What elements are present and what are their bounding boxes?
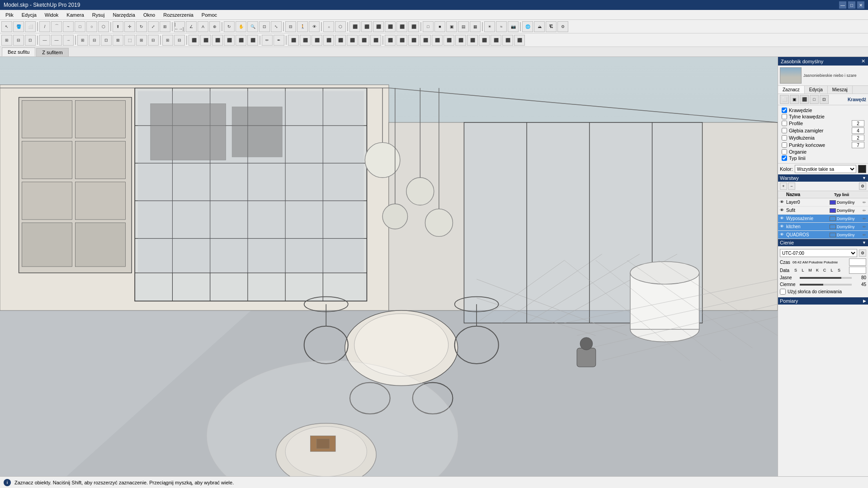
eye-layer0[interactable]: 👁	[780, 200, 785, 205]
icon-watermark[interactable]: ⊡	[820, 95, 829, 104]
zoom-tool[interactable]: 🔍	[247, 21, 258, 32]
check-glebia[interactable]	[782, 128, 787, 133]
tb2-mat8[interactable]: ⬛	[370, 35, 381, 46]
tb2-extra2[interactable]: ⬛	[396, 35, 407, 46]
text-tool[interactable]: A	[198, 21, 208, 32]
circle-tool[interactable]: ○	[86, 21, 97, 32]
display-mode-1[interactable]: □	[423, 21, 434, 32]
tb2-grid7[interactable]: ⊟	[148, 35, 159, 46]
view-front[interactable]: ⬛	[373, 21, 384, 32]
tb2-extra7[interactable]: ⬛	[455, 35, 466, 46]
color-swatch[interactable]	[858, 165, 866, 173]
tb2-plug2[interactable]: ⬛	[200, 35, 211, 46]
tb2-plug4[interactable]: ⬛	[224, 35, 235, 46]
data-input[interactable]: 11/08	[849, 267, 866, 274]
check-organie[interactable]	[782, 149, 787, 155]
walk-tool[interactable]: 🚶	[297, 21, 308, 32]
tb2-grid6[interactable]: ⊞	[136, 35, 147, 46]
tab-zaznacz[interactable]: Zaznacz	[778, 86, 805, 94]
scale-tool[interactable]: ⤢	[148, 21, 159, 32]
tb2-extra5[interactable]: ⬛	[432, 35, 443, 46]
paint-bucket-tool[interactable]: 🪣	[13, 21, 24, 32]
menu-widok[interactable]: Widok	[41, 11, 62, 19]
maximize-button[interactable]: □	[848, 1, 855, 9]
tb2-plug5[interactable]: ⬛	[236, 35, 246, 46]
tb2-mat3[interactable]: ⬛	[311, 35, 322, 46]
layer-row-layer0[interactable]: 👁 Layer0 Domyślny ✏	[778, 198, 868, 206]
tb2-plug3[interactable]: ⬛	[212, 35, 223, 46]
eye-kitchen[interactable]: 👁	[780, 224, 785, 230]
tb2-pen[interactable]: ✒	[274, 35, 284, 46]
tb2-mat6[interactable]: ⬛	[347, 35, 358, 46]
tb2-extra1[interactable]: ⬛	[385, 35, 396, 46]
polygon-tool[interactable]: ⬡	[98, 21, 109, 32]
profile-value[interactable]	[852, 120, 864, 127]
display-mode-2[interactable]: ■	[434, 21, 445, 32]
tb2-mat2[interactable]: ⬛	[300, 35, 311, 46]
pan-tool[interactable]: ✋	[236, 21, 246, 32]
arc-tool[interactable]: ⌒	[51, 21, 62, 32]
eraser-tool[interactable]: ⬜	[25, 21, 36, 32]
tb2-extra10[interactable]: ⬛	[491, 35, 501, 46]
extension-warehouse[interactable]: ⚙	[557, 21, 568, 32]
edit-quadros[interactable]: ✏	[863, 233, 866, 237]
tb2-extra9[interactable]: ⬛	[479, 35, 490, 46]
orbit-tool[interactable]: ↻	[224, 21, 235, 32]
tb2-extra6[interactable]: ⬛	[443, 35, 454, 46]
icon-edges[interactable]: ⬜	[780, 95, 789, 104]
fog-tool[interactable]: ≈	[496, 21, 507, 32]
check-tylne[interactable]	[782, 114, 787, 119]
edit-kitchen[interactable]: ✏	[863, 225, 866, 229]
cienie-collapse[interactable]: ▼	[862, 240, 866, 245]
menu-rozszerzenia[interactable]: Rozszerzenia	[160, 11, 197, 19]
rect-tool[interactable]: □	[75, 21, 85, 32]
ciemne-slider[interactable]	[800, 284, 852, 286]
menu-kamera[interactable]: Kamera	[63, 11, 88, 19]
tb2-mat7[interactable]: ⬛	[359, 35, 369, 46]
tab-bez-sufitu[interactable]: Bez sufitu	[2, 47, 35, 56]
protractor-tool[interactable]: ∠	[186, 21, 197, 32]
photo-match-tool[interactable]: 📷	[508, 21, 519, 32]
tb2-extra11[interactable]: ⬛	[502, 35, 513, 46]
pomiary-header[interactable]: Pomiary ▶	[778, 297, 868, 305]
tb2-plug1[interactable]: ⬛	[189, 35, 199, 46]
rotate-tool[interactable]: ↻	[136, 21, 147, 32]
display-mode-3[interactable]: ▣	[446, 21, 457, 32]
display-mode-5[interactable]: ▦	[470, 21, 481, 32]
offset-tool[interactable]: ⊞	[160, 21, 170, 32]
3d-warehouse[interactable]: 🏗	[546, 21, 557, 32]
menu-edycja[interactable]: Edycja	[18, 11, 40, 19]
kolor-dropdown[interactable]: Wszystkie takie sa	[795, 165, 856, 173]
tb2-btn9[interactable]: ⊟	[174, 35, 185, 46]
layer-row-wyposazenie[interactable]: 👁 Wyposażenie Domyślny ✏	[778, 215, 868, 223]
menu-okno[interactable]: Okno	[140, 11, 159, 19]
check-punkty[interactable]	[782, 142, 787, 148]
tb2-extra4[interactable]: ⬛	[420, 35, 431, 46]
jasne-slider[interactable]	[800, 277, 852, 279]
tb2-grid4[interactable]: ⊠	[113, 35, 123, 46]
sandbox-tool[interactable]: ⛰	[534, 21, 545, 32]
view-right[interactable]: ⬛	[385, 21, 396, 32]
tb2-mat1[interactable]: ⬛	[288, 35, 299, 46]
timezone-select[interactable]: UTC-07:00	[780, 249, 857, 257]
freehand-tool[interactable]: ~	[63, 21, 74, 32]
display-mode-4[interactable]: ▤	[458, 21, 469, 32]
delete-layer-btn[interactable]: −	[788, 183, 795, 190]
icon-background[interactable]: □	[810, 95, 819, 104]
icon-shaded[interactable]: ▣	[790, 95, 799, 104]
tb2-plug6[interactable]: ⬛	[247, 35, 258, 46]
check-wydluzenia[interactable]	[782, 135, 787, 141]
tb2-btn5[interactable]: —	[51, 35, 62, 46]
tape-tool[interactable]: |←→|	[174, 21, 185, 32]
punkty-value[interactable]	[852, 142, 864, 148]
layer-row-kitchen[interactable]: 👁 kitchen Domyślny ✏	[778, 223, 868, 231]
tb2-btn4[interactable]: —	[39, 35, 50, 46]
layer-row-quadros[interactable]: 👁 QUADROS Domyślny ✏	[778, 231, 868, 239]
tb2-grid3[interactable]: ⊡	[101, 35, 112, 46]
tab-mieszaj[interactable]: Mieszaj	[828, 86, 853, 94]
check-profile[interactable]	[782, 121, 787, 126]
menu-pomoc[interactable]: Pomoc	[198, 11, 221, 19]
axes-tool[interactable]: ⊕	[209, 21, 220, 32]
tb2-grid5[interactable]: ⬚	[124, 35, 135, 46]
viewport[interactable]	[0, 57, 778, 476]
